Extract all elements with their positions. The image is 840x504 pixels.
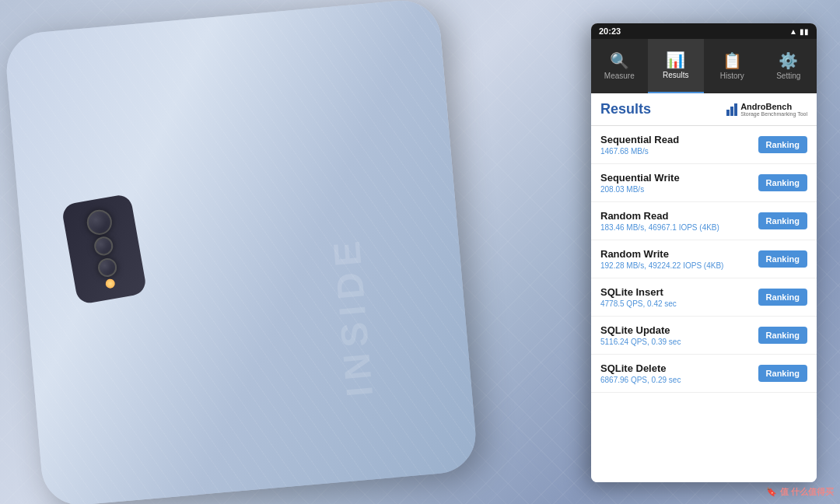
watermark-icon: 🔖: [766, 487, 777, 496]
bench-name: SQLite Insert: [600, 286, 758, 298]
bench-value: 5116.24 QPS, 0.39 sec: [600, 338, 758, 346]
bench-info: SQLite Delete 6867.96 QPS, 0.29 sec: [600, 362, 758, 384]
ranking-button[interactable]: Ranking: [758, 212, 807, 229]
status-time: 20:23: [599, 26, 621, 36]
bench-name: SQLite Delete: [600, 362, 758, 374]
logo-subtitle: Storage Benchmarking Tool: [740, 111, 807, 117]
bench-value: 192.28 MB/s, 49224.22 IOPS (4KB): [600, 261, 758, 270]
ranking-button[interactable]: Ranking: [758, 136, 807, 153]
tab-bar: 🔍 Measure 📊 Results 📋 History ⚙️ Setting: [591, 39, 817, 93]
tab-results[interactable]: 📊 Results: [648, 39, 705, 93]
results-icon: 📊: [666, 52, 685, 68]
bench-item: SQLite Insert 4778.5 QPS, 0.42 sec Ranki…: [591, 278, 817, 317]
tab-measure[interactable]: 🔍 Measure: [591, 39, 648, 93]
bench-name: Random Read: [600, 210, 758, 222]
androbench-logo: AndroBench Storage Benchmarking Tool: [726, 102, 807, 117]
tab-setting[interactable]: ⚙️ Setting: [761, 39, 817, 93]
bench-item: Sequential Read 1467.68 MB/s Ranking: [591, 126, 817, 164]
camera-lens-3: [96, 257, 118, 278]
tab-history-label: History: [720, 72, 744, 80]
benchmark-list: Sequential Read 1467.68 MB/s Ranking Seq…: [591, 126, 817, 482]
ranking-button[interactable]: Ranking: [758, 174, 807, 191]
ranking-button[interactable]: Ranking: [758, 250, 807, 268]
camera-lens-2: [93, 236, 114, 257]
bench-item: SQLite Delete 6867.96 QPS, 0.29 sec Rank…: [591, 355, 817, 393]
results-header: Results AndroBench Storage Benchmarking …: [591, 93, 817, 126]
camera-module: [61, 194, 147, 306]
bench-info: Random Write 192.28 MB/s, 49224.22 IOPS …: [600, 248, 758, 270]
status-bar: 20:23 ▲ ▮▮: [591, 23, 817, 39]
results-title: Results: [600, 101, 651, 117]
setting-icon: ⚙️: [779, 53, 798, 68]
camera-flash: [105, 278, 116, 289]
bench-name: Sequential Read: [600, 134, 758, 145]
tab-measure-label: Measure: [604, 72, 635, 80]
camera-lens-1: [85, 208, 114, 236]
brand-text: INSIDE: [324, 233, 381, 398]
watermark: 🔖 值 什么值得买: [766, 485, 834, 498]
status-icons: ▲ ▮▮: [789, 27, 809, 36]
app-screen: 20:23 ▲ ▮▮ 🔍 Measure 📊 Results 📋 History…: [591, 23, 817, 482]
ranking-button[interactable]: Ranking: [758, 289, 807, 306]
bench-name: SQLite Update: [600, 324, 758, 336]
tab-history[interactable]: 📋 History: [704, 39, 761, 93]
history-icon: 📋: [723, 53, 742, 68]
bench-info: SQLite Insert 4778.5 QPS, 0.42 sec: [600, 286, 758, 308]
bench-item: SQLite Update 5116.24 QPS, 0.39 sec Rank…: [591, 317, 817, 355]
bench-name: Sequential Write: [600, 172, 758, 184]
bar-2: [730, 107, 733, 116]
logo-bar-chart: [726, 103, 737, 116]
ranking-button[interactable]: Ranking: [758, 365, 807, 382]
bar-1: [726, 110, 730, 116]
logo-name: AndroBench: [740, 102, 807, 111]
ranking-button[interactable]: Ranking: [758, 327, 807, 344]
bench-item: Random Write 192.28 MB/s, 49224.22 IOPS …: [591, 240, 817, 278]
logo-text-block: AndroBench Storage Benchmarking Tool: [740, 102, 807, 117]
watermark-text: 值 什么值得买: [780, 487, 834, 496]
bench-info: Sequential Write 208.03 MB/s: [600, 172, 758, 194]
battery-icon: ▮▮: [800, 27, 809, 36]
bench-value: 4778.5 QPS, 0.42 sec: [600, 299, 758, 308]
bench-value: 1467.68 MB/s: [600, 147, 758, 156]
tab-results-label: Results: [663, 71, 688, 79]
bench-info: Sequential Read 1467.68 MB/s: [600, 134, 758, 156]
tab-setting-label: Setting: [776, 72, 800, 80]
bench-value: 6867.96 QPS, 0.29 sec: [600, 376, 758, 384]
phone-device: INSIDE: [3, 0, 478, 504]
bar-3: [734, 103, 737, 116]
bench-info: Random Read 183.46 MB/s, 46967.1 IOPS (4…: [600, 210, 758, 232]
wifi-icon: ▲: [789, 27, 797, 36]
measure-icon: 🔍: [610, 53, 629, 68]
bench-info: SQLite Update 5116.24 QPS, 0.39 sec: [600, 324, 758, 346]
bench-value: 208.03 MB/s: [600, 185, 758, 194]
bench-value: 183.46 MB/s, 46967.1 IOPS (4KB): [600, 223, 758, 232]
bench-item: Sequential Write 208.03 MB/s Ranking: [591, 164, 817, 202]
bench-item: Random Read 183.46 MB/s, 46967.1 IOPS (4…: [591, 202, 817, 240]
bench-name: Random Write: [600, 248, 758, 260]
